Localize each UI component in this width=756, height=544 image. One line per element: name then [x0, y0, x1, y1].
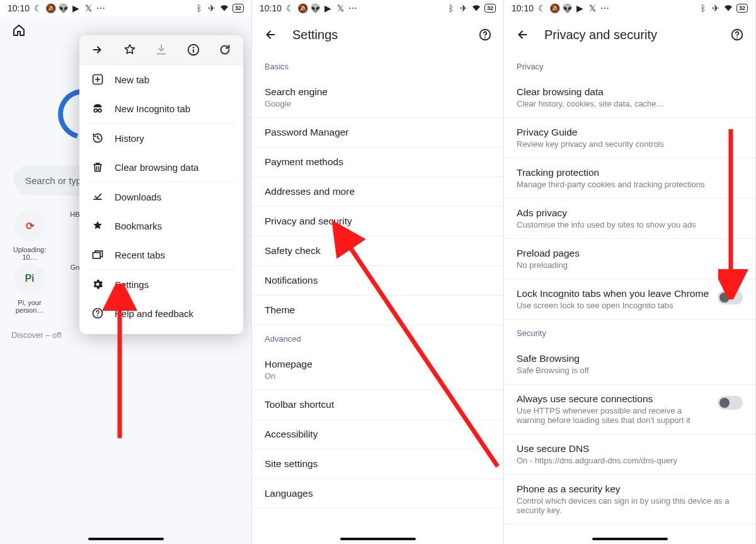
pref-notifications[interactable]: Notifications	[252, 266, 503, 296]
menu-icon-row	[79, 35, 243, 65]
airplane-icon: ✈	[207, 4, 216, 13]
shortcut-item[interactable]: ⟳ Uploading: 10…	[11, 211, 48, 261]
download-icon[interactable]	[154, 43, 168, 57]
pref-addresses-and-more[interactable]: Addresses and more	[252, 177, 503, 207]
svg-rect-2	[193, 49, 194, 53]
menu-item-label: New tab	[115, 74, 149, 85]
bluetooth-icon: ᛒ	[195, 4, 203, 13]
bluetooth-icon: ᛒ	[447, 4, 455, 13]
trash-icon	[91, 161, 105, 173]
svg-point-1	[192, 47, 193, 48]
gesture-bar	[88, 538, 164, 540]
home-icon[interactable]	[11, 23, 26, 38]
pref-ads-privacy[interactable]: Ads privacyCustomise the info used by si…	[504, 199, 755, 239]
pref-title: Notifications	[265, 275, 491, 286]
toggle-switch[interactable]	[718, 291, 743, 304]
pref-title: Ads privacy	[517, 207, 743, 219]
pref-title: Homepage	[265, 359, 491, 370]
dnd-icon: ☾	[285, 4, 294, 13]
battery-icon: 32	[484, 4, 496, 13]
battery-icon: 32	[736, 4, 748, 13]
pref-subtitle: Control which devices can sign in by usi…	[517, 496, 743, 515]
pref-title: Privacy and security	[265, 216, 491, 227]
pref-tracking-protection[interactable]: Tracking protectionManage third-party co…	[504, 158, 755, 199]
pref-privacy-guide[interactable]: Privacy GuideReview key privacy and secu…	[504, 118, 755, 158]
pref-safe-browsing[interactable]: Safe BrowsingSafe Browsing is off	[504, 344, 755, 385]
pref-subtitle: On	[265, 371, 491, 381]
bookmark-star-icon[interactable]	[123, 43, 137, 57]
status-time: 10:10	[260, 3, 282, 13]
help-circle-icon[interactable]	[478, 28, 492, 42]
menu-item-settings[interactable]: Settings	[79, 270, 243, 299]
back-icon[interactable]	[515, 28, 529, 42]
pref-title: Preload pages	[517, 248, 743, 259]
page-title: Settings	[292, 28, 478, 42]
pref-payment-methods[interactable]: Payment methods	[252, 148, 503, 177]
pref-accessibility[interactable]: Accessibility	[252, 420, 503, 449]
pref-title: Lock Incognito tabs when you leave Chrom…	[517, 288, 710, 299]
phone-screen-1: 10:10 ☾ 🔕 👽 ▶ 𝕏 ⋯ ᛒ ✈ 32 Search or type …	[0, 0, 252, 544]
pref-privacy-and-security[interactable]: Privacy and security	[252, 207, 503, 236]
pref-subtitle: Safe Browsing is off	[517, 366, 743, 375]
pref-subtitle: No preloading	[517, 260, 743, 270]
section-header-basics: Basics	[252, 53, 503, 78]
more-icon: ⋯	[96, 4, 105, 13]
pref-search-engine[interactable]: Search engineGoogle	[252, 78, 503, 118]
pref-clear-browsing-data[interactable]: Clear browsing dataClear history, cookie…	[504, 78, 755, 118]
menu-item-clear-browsing-data[interactable]: Clear browsing data	[79, 153, 243, 182]
menu-item-new-incognito-tab[interactable]: New Incognito tab	[79, 94, 243, 123]
help-circle-icon[interactable]	[730, 28, 744, 42]
status-bar: 10:10 ☾ 🔕 👽 ▶ 𝕏 ⋯ ᛒ ✈ 32	[0, 0, 251, 16]
pref-password-manager[interactable]: Password Manager	[252, 118, 503, 148]
sync-icon: ⟳	[14, 211, 45, 241]
pref-use-secure-dns[interactable]: Use secure DNSOn - https://dns.adguard-d…	[504, 434, 755, 475]
menu-item-bookmarks[interactable]: Bookmarks	[79, 211, 243, 240]
play-icon: ▶	[71, 4, 80, 13]
menu-item-recent-tabs[interactable]: Recent tabs	[79, 240, 243, 269]
pref-languages[interactable]: Languages	[252, 479, 503, 509]
menu-item-history[interactable]: History	[79, 124, 243, 153]
menu-item-downloads[interactable]: Downloads	[79, 182, 243, 211]
pref-site-settings[interactable]: Site settings	[252, 449, 503, 479]
pref-preload-pages[interactable]: Preload pagesNo preloading	[504, 239, 755, 279]
pref-toolbar-shortcut[interactable]: Toolbar shortcut	[252, 390, 503, 420]
toggle-switch[interactable]	[718, 396, 743, 410]
pref-title: Theme	[265, 304, 491, 316]
pref-title: Tracking protection	[517, 167, 743, 178]
menu-item-label: Downloads	[115, 192, 161, 202]
info-icon[interactable]	[186, 43, 200, 57]
incognito-icon	[91, 102, 105, 115]
x-icon: 𝕏	[588, 4, 597, 13]
back-icon[interactable]	[263, 28, 277, 42]
svg-point-5	[98, 109, 101, 112]
pref-safety-check[interactable]: Safety check	[252, 236, 503, 266]
mute-icon: 🔕	[550, 4, 559, 13]
status-bar: 10:10 ☾ 🔕 👽 ▶ 𝕏 ⋯ ᛒ ✈ 32	[252, 0, 503, 16]
menu-item-help-and-feedback[interactable]: Help and feedback	[79, 299, 243, 328]
forward-icon[interactable]	[91, 43, 105, 57]
wifi-icon	[220, 4, 229, 13]
phone-screen-2: 10:10 ☾ 🔕 👽 ▶ 𝕏 ⋯ ᛒ ✈ 32 Settings Basics…	[252, 0, 504, 544]
gesture-bar	[592, 538, 668, 540]
pref-title: Toolbar shortcut	[265, 399, 491, 410]
menu-item-new-tab[interactable]: New tab	[79, 65, 243, 94]
more-icon: ⋯	[600, 4, 609, 13]
pref-homepage[interactable]: HomepageOn	[252, 350, 503, 390]
mute-icon: 🔕	[298, 4, 307, 13]
page-title: Privacy and security	[544, 28, 730, 42]
section-header-security: Security	[504, 320, 755, 344]
gesture-bar	[340, 538, 416, 540]
pref-always-use-secure-connections[interactable]: Always use secure connectionsUse HTTPS w…	[504, 385, 755, 434]
dnd-icon: ☾	[33, 4, 42, 13]
pref-lock-incognito-tabs-when-you-leave-chrome[interactable]: Lock Incognito tabs when you leave Chrom…	[504, 279, 755, 320]
pref-theme[interactable]: Theme	[252, 296, 503, 325]
pref-title: Always use secure connections	[517, 393, 710, 405]
pref-title: Search engine	[265, 86, 491, 98]
reload-icon[interactable]	[218, 43, 232, 57]
pref-title: Addresses and more	[265, 186, 491, 197]
pref-phone-as-a-security-key[interactable]: Phone as a security keyControl which dev…	[504, 475, 755, 524]
wifi-icon	[472, 4, 481, 13]
shortcut-item[interactable]: Pi Pi, your person…	[11, 263, 48, 314]
pref-subtitle: Review key privacy and security controls	[517, 139, 743, 149]
section-header-advanced: Advanced	[252, 325, 503, 350]
